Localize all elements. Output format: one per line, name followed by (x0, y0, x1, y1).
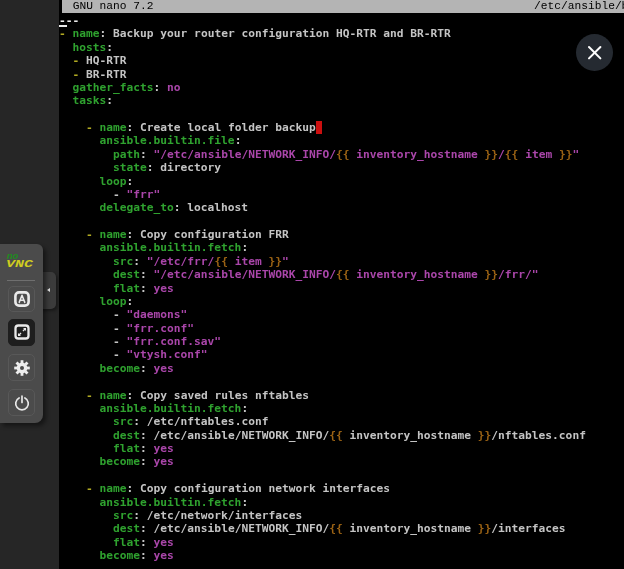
svg-text:VNC: VNC (6, 259, 34, 270)
